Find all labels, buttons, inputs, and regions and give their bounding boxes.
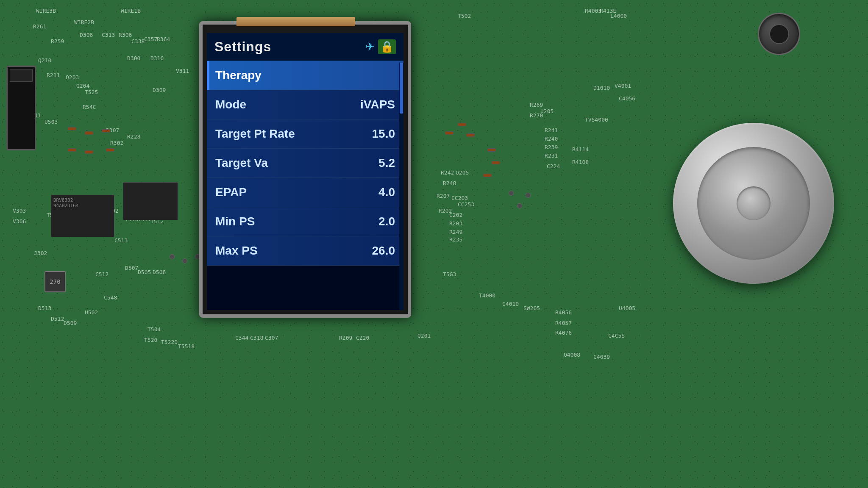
menu-item-value: 2.0 [378,215,395,228]
knob-center [737,186,771,220]
scrollbar-thumb [400,63,403,114]
menu-item-value: 26.0 [372,244,395,258]
menu-list: TherapyModeiVAPSTarget Pt Rate15.0Target… [207,61,403,266]
scrollbar[interactable] [399,63,403,310]
knob-inner [697,147,810,260]
menu-item-mode[interactable]: ModeiVAPS [207,90,403,119]
inductor-270: 270 [45,271,66,292]
menu-item-value: 5.2 [378,156,395,170]
menu-item-min-ps[interactable]: Min PS2.0 [207,207,403,236]
menu-item-value: 15.0 [372,127,395,141]
menu-item-max-ps[interactable]: Max PS26.0 [207,236,403,266]
header-icons: ✈ 🔒 [365,39,396,54]
lcd-screen: Settings ✈ 🔒 TherapyModeiVAPSTarget Pt R… [207,33,403,310]
menu-item-label: Target Pt Rate [215,127,295,141]
lock-icon: 🔒 [378,39,396,54]
menu-item-label: Min PS [215,215,255,228]
menu-item-label: Mode [215,98,246,111]
menu-item-target-va[interactable]: Target Va5.2 [207,149,403,178]
card-slot [6,66,36,150]
menu-item-epap[interactable]: EPAP4.0 [207,178,403,207]
plane-icon: ✈ [365,40,375,53]
ic-chip-u500 [123,182,178,220]
settings-title: Settings [214,39,271,55]
toroid-component [758,13,800,55]
menu-item-target-pt-rate[interactable]: Target Pt Rate15.0 [207,119,403,149]
ic-chip-drv: DRV830294AH2DIG4 [51,195,114,237]
menu-item-label: Max PS [215,244,258,258]
menu-item-label: EPAP [215,186,247,199]
menu-item-therapy[interactable]: Therapy [207,61,403,90]
rotary-knob-container [673,123,834,284]
menu-item-value: 4.0 [378,186,395,199]
settings-header: Settings ✈ 🔒 [207,33,403,61]
rotary-knob[interactable] [673,123,834,284]
lcd-connector [236,17,355,26]
menu-item-label: Target Va [215,156,268,170]
lcd-display: Settings ✈ 🔒 TherapyModeiVAPSTarget Pt R… [199,21,411,318]
menu-item-label: Therapy [215,69,262,82]
menu-item-value: iVAPS [360,98,395,111]
